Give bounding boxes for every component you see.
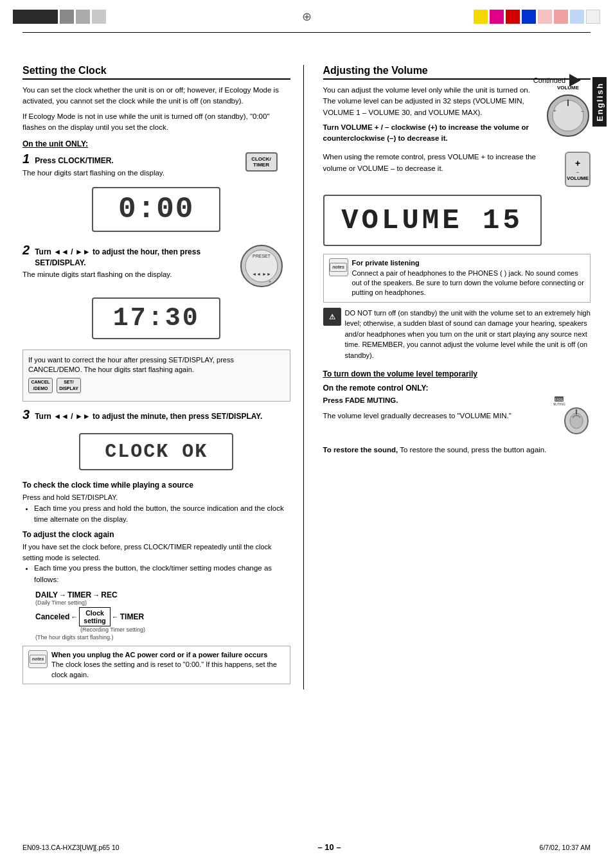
continued-label: Continued — [533, 76, 565, 84]
step2-action: Turn ◄◄ / ►► to adjust the hour, then pr… — [35, 247, 227, 269]
lcd1-text: 0:00 — [118, 193, 194, 226]
step2-number: 2 — [22, 244, 30, 256]
lcd-display-2: 17:30 — [92, 297, 220, 339]
notes-box: notes When you unplug the AC power cord … — [22, 646, 290, 684]
flow-arrow3: ← — [71, 613, 78, 621]
lcd-display-1: 0:00 — [92, 187, 220, 232]
remote-button-area: + – VOLUME — [565, 152, 591, 187]
notes-text: The clock loses the setting and is reset… — [51, 660, 277, 678]
crosshair-icon: ⊕ — [302, 10, 312, 24]
volume-knob-area: VOLUME + – — [546, 85, 591, 138]
footer-right-info: 6/7/02, 10:37 AM — [540, 844, 591, 851]
set-display-button: SET/DISPLAY — [57, 378, 81, 393]
plus-symbol: + — [575, 158, 580, 168]
top-color-bar: ⊕ — [13, 8, 600, 26]
step2-content: 2 Turn ◄◄ / ►► to adjust the hour, then … — [22, 244, 227, 280]
flow-timer2-label: TIMER — [120, 612, 144, 621]
continued-arrow-icon — [569, 74, 581, 87]
volume-knob: + – — [546, 93, 591, 138]
lcd2-area: 17:30 — [22, 292, 290, 344]
notes-title: When you unplug the AC power cord or if … — [51, 651, 267, 659]
top-divider — [22, 32, 591, 33]
step1-detail: The hour digits start flashing on the di… — [22, 168, 227, 178]
step1-number: 1 — [22, 152, 30, 165]
color-block-gray1 — [60, 10, 74, 24]
lcd-volume-text: VOLUME 15 — [341, 204, 523, 236]
adjust-again-text: If you have set the clock before, press … — [22, 542, 290, 563]
flow-row-bottom: Canceled ← Clock setting ← TIMER — [35, 607, 290, 626]
left-column: Setting the Clock You can set the clock … — [22, 65, 304, 689]
step1-img-area: CLOCK/TIMER — [233, 152, 290, 172]
volume-remote-button: + – VOLUME — [565, 152, 591, 187]
flow-daily-label: DAILY — [35, 590, 58, 599]
color-block-yellow — [474, 10, 488, 24]
right-column: Adjusting the Volume You can adjust the … — [317, 65, 591, 689]
check-clock-bullet: Each time you press and hold the button,… — [34, 503, 290, 526]
notes-icon-private: notes — [329, 258, 348, 276]
lcd-volume-display: VOLUME 15 — [323, 195, 542, 246]
remote-section: When using the remote control, press VOL… — [323, 152, 591, 187]
inline-buttons-step2: CANCEL/DEMO SET/DISPLAY — [28, 378, 285, 393]
step2-info-box: If you want to correct the hour after pr… — [22, 350, 290, 402]
color-block-gray2 — [76, 10, 90, 24]
adjust-again-title: To adjust the clock again — [22, 530, 290, 539]
minus-symbol: – — [576, 170, 579, 174]
press-fade-text: Press FADE MUTING. — [323, 395, 547, 406]
private-listening-title: For private listening — [352, 259, 420, 267]
page-number: – 10 – — [318, 842, 341, 852]
color-block-dark — [13, 10, 58, 24]
flow-arrow1: → — [59, 591, 66, 599]
restore-text: To restore the sound, To restore the sou… — [323, 445, 591, 455]
on-remote-only: On the remote control ONLY: — [323, 384, 591, 393]
warning-text: DO NOT turn off (on standby) the unit wi… — [345, 308, 591, 361]
lcd2-text: 17:30 — [113, 304, 200, 333]
notes-content: When you unplug the AC power cord or if … — [51, 650, 285, 680]
top-bar-left — [13, 8, 294, 26]
lcd3-text: CLOCK OK — [105, 441, 208, 463]
fade-title: To turn down the volume level temporaril… — [323, 369, 591, 378]
flow-arrow2: → — [93, 591, 100, 599]
flow-timer-label: TIMER — [67, 590, 91, 599]
step1-with-img: 1 Press CLOCK/TIMER. The hour digits sta… — [22, 152, 290, 178]
step1-action: Press CLOCK/TIMER. — [35, 155, 114, 166]
left-intro1: You can set the clock whether the unit i… — [22, 85, 290, 107]
private-listening-text: Connect a pair of headphones to the PHON… — [352, 269, 584, 297]
step2-img-area: PRESET ◄◄ ►► + — [233, 244, 290, 288]
lcd3-area: CLOCK OK — [22, 428, 290, 475]
flow-rec-label: REC — [101, 590, 117, 599]
fade-detail: The volume level gradually decreases to … — [323, 411, 547, 421]
left-section-title: Setting the Clock — [22, 65, 290, 80]
flow-subtitles-top: (Daily Timer setting) — [35, 599, 290, 606]
flow-hour-note: (The hour digits start flashing.) — [35, 634, 290, 641]
color-block-gray3 — [92, 10, 106, 24]
notes-icon: notes — [28, 650, 48, 668]
turn-vol-text: Turn VOLUME + / – clockwise (+) to incre… — [323, 122, 540, 145]
page-footer: EN09-13.CA-HXZ3[UW][.p65 10 – 10 – 6/7/0… — [0, 842, 613, 852]
flow-canceled-label: Canceled — [35, 612, 69, 621]
color-block-white — [586, 10, 600, 24]
step3-number: 3 — [22, 408, 30, 421]
top-bar-right — [319, 8, 600, 26]
color-block-ltblue — [570, 10, 584, 24]
color-block-pink — [554, 10, 568, 24]
volume-label-remote: VOLUME — [567, 175, 589, 181]
vol-text-area: You can adjust the volume level only whi… — [323, 85, 540, 148]
crosshair-center: ⊕ — [294, 8, 319, 26]
step2-detail: The minute digits start flashing on the … — [22, 269, 227, 279]
fade-text-area: Press FADE MUTING. The volume level grad… — [323, 395, 547, 425]
svg-text:–: – — [581, 108, 584, 114]
cancel-demo-button: CANCEL/DEMO — [28, 378, 53, 393]
on-unit-only-label: On the unit ONLY: — [22, 139, 290, 148]
fade-content: Press FADE MUTING. The volume level grad… — [323, 395, 591, 441]
svg-text:FADE: FADE — [555, 398, 564, 402]
fade-button-area: FADE MUTING — [553, 395, 591, 441]
check-clock-title: To check the clock time while playing a … — [22, 481, 290, 490]
left-intro2: If Ecology Mode is not in use while the … — [22, 111, 290, 134]
lcd1-area: 0:00 — [22, 182, 290, 237]
lcd-display-3: CLOCK OK — [79, 433, 233, 470]
svg-text:◄◄    ►►: ◄◄ ►► — [252, 272, 271, 276]
step1-container: 1 Press CLOCK/TIMER. The hour digits sta… — [22, 152, 290, 237]
flow-daily-sub-label: (Daily Timer setting) — [35, 599, 87, 606]
step2-note-text: If you want to correct the hour after pr… — [28, 355, 285, 375]
step2-with-img: 2 Turn ◄◄ / ►► to adjust the hour, then … — [22, 244, 290, 288]
